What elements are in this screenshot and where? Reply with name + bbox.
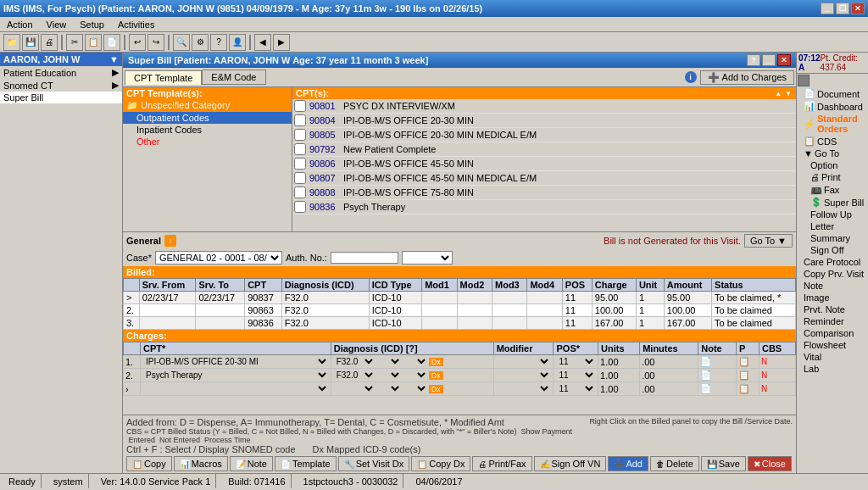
toolbar-btn-13[interactable]: ◀ (254, 34, 271, 51)
right-menu-document[interactable]: 📄 Document (797, 87, 868, 100)
right-menu-super-bill[interactable]: 💲 Super Bill (797, 196, 868, 209)
charges-row3-diag3-select[interactable] (403, 383, 428, 394)
menu-setup[interactable]: Setup (76, 19, 108, 30)
cpt-checkbox-90808[interactable] (294, 187, 306, 198)
dialog-close-btn[interactable]: ✕ (777, 54, 791, 66)
toolbar-btn-10[interactable]: ⚙ (192, 34, 209, 51)
charges-row3-p-icon[interactable]: 📋 (736, 382, 759, 396)
macros-btn[interactable]: 📊 Macros (174, 456, 228, 471)
charges-row3-diag[interactable]: Dx (331, 382, 493, 396)
right-menu-reminder[interactable]: Reminder (797, 315, 868, 327)
right-menu-goto[interactable]: ▼ Go To (797, 148, 868, 159)
right-menu-flowsheet[interactable]: Flowsheet (797, 339, 868, 351)
cpt-checkbox-90807[interactable] (294, 172, 306, 184)
charges-row2-p-icon[interactable]: 📋 (736, 369, 759, 382)
cpt-checkbox-90805[interactable] (294, 129, 306, 141)
dialog-help-btn[interactable]: ? (747, 54, 760, 66)
toolbar-btn-5[interactable]: 📋 (85, 34, 102, 51)
goto-btn[interactable]: Go To ▼ (744, 234, 793, 248)
sidebar-item-snomed[interactable]: Snomed CT ▶ (0, 79, 122, 92)
right-menu-prvt-note[interactable]: Prvt. Note (797, 303, 868, 315)
auth-select[interactable] (402, 251, 453, 264)
cpt-row-90805[interactable]: 90805 IPI-OB-M/S OFFICE 20-30 MIN MEDICA… (292, 128, 796, 142)
billed-row-2[interactable]: 2. 90863 F32.0 ICD-10 11 100.00 (124, 304, 796, 317)
right-menu-summary[interactable]: Summary (797, 232, 868, 244)
sign-off-vn-btn[interactable]: ✍ Sign Off VN (534, 456, 607, 471)
charges-row2-diag-select[interactable]: F32.0 (333, 370, 376, 381)
charges-row2-pos-select[interactable]: 11 (555, 370, 596, 381)
toolbar-btn-8[interactable]: ↪ (147, 34, 164, 51)
charges-row2-modifier[interactable] (493, 369, 554, 382)
cpt-scroll-up[interactable]: ▲ (774, 89, 782, 98)
cpt-checkbox-90792[interactable] (294, 143, 306, 155)
sidebar-item-superbill[interactable]: Super Bill (0, 92, 122, 103)
right-menu-letter[interactable]: Letter (797, 220, 868, 232)
category-inpatient[interactable]: Inpatient Codes (123, 124, 292, 136)
cpt-row-90806[interactable]: 90806 IPI-OB-M/S OFFICE 45-50 MIN (292, 157, 796, 171)
close-dialog-btn[interactable]: ✖ Close (748, 456, 792, 471)
toolbar-btn-11[interactable]: ? (210, 34, 227, 51)
right-menu-comparison[interactable]: Comparison (797, 327, 868, 339)
template-btn[interactable]: 📄 Template (275, 456, 337, 471)
toolbar-btn-2[interactable]: 💾 (22, 34, 39, 51)
minimize-btn[interactable]: _ (821, 3, 834, 14)
charges-row1-diag2-select[interactable] (376, 356, 402, 367)
charges-row2-diag[interactable]: F32.0 Dx (331, 369, 493, 382)
cpt-row-90807[interactable]: 90807 IPI-OB-M/S OFFICE 45-50 MIN MEDICA… (292, 171, 796, 186)
save-btn[interactable]: 💾 Save (701, 456, 746, 471)
auth-input[interactable] (331, 252, 398, 264)
toolbar-btn-4[interactable]: ✂ (66, 34, 83, 51)
charges-row1-cpt[interactable]: IPI-OB-M/S OFFICE 20-30 MI (141, 355, 331, 369)
right-menu-care-protocol[interactable]: Care Protocol (797, 256, 868, 268)
menu-action[interactable]: Action (3, 19, 36, 30)
sidebar-patient[interactable]: AARON, JOHN W ▼ (0, 53, 122, 66)
charges-row3-mod-select[interactable] (496, 383, 552, 394)
charges-row1-pos[interactable]: 11 (554, 355, 598, 369)
right-menu-cds[interactable]: 📋 CDS (797, 135, 868, 148)
toolbar-btn-9[interactable]: 🔍 (173, 34, 190, 51)
toolbar-btn-7[interactable]: ↩ (129, 34, 146, 51)
billed-row-3[interactable]: 3. 90836 F32.0 ICD-10 11 167.00 (124, 317, 796, 330)
cpt-checkbox-90801[interactable] (294, 100, 306, 112)
charges-row2-diag3-select[interactable] (403, 370, 428, 381)
cpt-row-90804[interactable]: 90804 IPI-OB-M/S OFFICE 20-30 MIN (292, 114, 796, 128)
charges-row3-cpt-select[interactable] (142, 383, 329, 394)
charges-row1-diag3-select[interactable] (403, 356, 428, 367)
toolbar-btn-1[interactable]: 📁 (3, 34, 20, 51)
category-outpatient[interactable]: Outpatient Codes (123, 112, 292, 124)
right-menu-copy-prv[interactable]: Copy Prv. Visit (797, 268, 868, 280)
toolbar-btn-3[interactable]: 🖨 (41, 34, 58, 51)
cpt-checkbox-90804[interactable] (294, 114, 306, 126)
category-unspecified[interactable]: 📁 Unspecified Category (123, 99, 292, 112)
charges-row3-diag2-select[interactable] (376, 383, 402, 394)
charges-row1-note-icon[interactable]: 📄 (698, 355, 737, 369)
cpt-checkbox-90836[interactable] (294, 201, 306, 213)
cpt-row-90801[interactable]: 90801 PSYC DX INTERVIEW/XM (292, 99, 796, 114)
charges-row3-note-icon[interactable]: 📄 (698, 382, 737, 396)
right-menu-print[interactable]: 🖨 Print (797, 171, 868, 183)
cpt-checkbox-90806[interactable] (294, 158, 306, 170)
right-menu-follow-up[interactable]: Follow Up (797, 209, 868, 220)
charges-row1-p-icon[interactable]: 📋 (736, 355, 759, 369)
right-menu-lab[interactable]: Lab (797, 363, 868, 375)
right-menu-vital[interactable]: Vital (797, 351, 868, 363)
charges-row2-diag2-select[interactable] (376, 370, 402, 381)
add-to-charges-btn[interactable]: ➕ Add to Charges (700, 70, 794, 85)
right-menu-sign-off[interactable]: Sign Off (797, 244, 868, 256)
add-btn[interactable]: ➕ Add (608, 456, 648, 471)
charges-row3-modifier[interactable] (493, 382, 554, 396)
charges-row1-mod-select[interactable] (496, 356, 552, 367)
note-btn[interactable]: 📝 Note (230, 456, 273, 471)
menu-activities[interactable]: Activities (114, 19, 158, 30)
cpt-row-90808[interactable]: 90808 IPI-OB-M/S OFFICE 75-80 MIN (292, 186, 796, 200)
right-menu-note[interactable]: Note (797, 280, 868, 292)
delete-btn[interactable]: 🗑 Delete (650, 456, 699, 471)
sidebar-item-education[interactable]: Patient Education ▶ (0, 66, 122, 79)
charges-row-1[interactable]: 1. IPI-OB-M/S OFFICE 20-30 MI F32.0 (124, 355, 796, 369)
charges-row3-pos-select[interactable]: 11 (555, 383, 596, 394)
cpt-scroll-down[interactable]: ▼ (784, 89, 793, 98)
charges-row1-pos-select[interactable]: 11 (555, 356, 596, 367)
billed-row-1[interactable]: > 02/23/17 02/23/17 90837 F32.0 ICD-10 1… (124, 292, 796, 304)
charges-row1-diag-select[interactable]: F32.0 (333, 356, 376, 367)
charges-row2-cpt[interactable]: Psych Therapy (141, 369, 331, 382)
